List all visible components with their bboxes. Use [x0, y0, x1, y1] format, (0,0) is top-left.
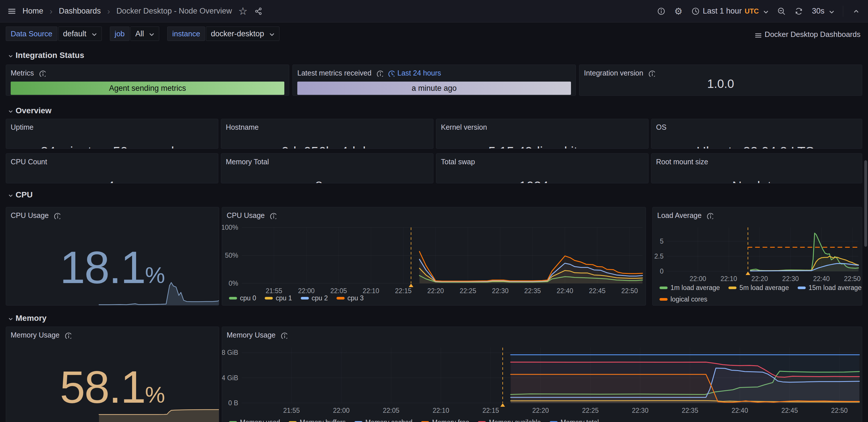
info-icon: [657, 7, 665, 15]
breadcrumb-dashboards[interactable]: Dashboards: [59, 7, 101, 15]
panel-title-root-mount-size[interactable]: Root mount size: [656, 158, 708, 166]
scrollbar-thumb[interactable]: [864, 160, 867, 247]
variable-dropdown-datasource[interactable]: default: [58, 27, 102, 41]
svg-text:2.5: 2.5: [654, 253, 663, 260]
panel-title-integration-version[interactable]: Integration version: [584, 69, 655, 77]
breadcrumb-home[interactable]: Home: [23, 7, 43, 15]
panel-title-os[interactable]: OS: [656, 123, 666, 131]
svg-text:22:10: 22:10: [363, 287, 379, 295]
memory-usage-chart[interactable]: 21:5522:0022:0522:1022:1522:2022:2522:30…: [222, 327, 862, 422]
panel-title-uptime[interactable]: Uptime: [11, 123, 33, 131]
legend-item[interactable]: 5m load average: [728, 284, 789, 292]
latest-metrics-status-text: a minute ago: [411, 84, 457, 93]
panel-total-swap: Total swap 1024MiB: [436, 153, 649, 183]
variable-label-instance[interactable]: instance: [167, 27, 205, 41]
gear-icon[interactable]: ⚙: [674, 7, 683, 16]
panel-title-text: Memory Total: [226, 158, 269, 166]
collapse-nav-button[interactable]: [852, 7, 861, 15]
section-integration-status[interactable]: Integration Status: [6, 51, 84, 60]
legend-item[interactable]: Memory free: [421, 419, 469, 422]
panel-title-memory-usage-stat[interactable]: Memory Usage: [11, 331, 71, 339]
panel-title-text: Kernel version: [441, 123, 487, 131]
chevron-down-icon: [147, 30, 154, 37]
info-icon[interactable]: [269, 212, 276, 219]
star-icon[interactable]: ☆: [238, 6, 247, 17]
info-icon[interactable]: [53, 212, 60, 219]
legend-item[interactable]: cpu 2: [301, 294, 328, 302]
panel-title-total-swap[interactable]: Total swap: [441, 158, 475, 166]
legend-swatch: [728, 287, 737, 289]
legend-item[interactable]: cpu 1: [265, 294, 292, 302]
time-range-picker[interactable]: Last 1 hour UTC: [691, 7, 769, 15]
panel-title-memory-usage-timeseries[interactable]: Memory Usage: [227, 331, 287, 339]
panel-title-cpu-count[interactable]: CPU Count: [11, 158, 47, 166]
legend-swatch: [659, 287, 668, 289]
svg-text:22:45: 22:45: [589, 287, 606, 295]
section-overview[interactable]: Overview: [6, 106, 52, 115]
variable-value: All: [135, 29, 144, 38]
legend-item[interactable]: cpu 0: [229, 294, 256, 302]
svg-text:22:50: 22:50: [831, 407, 848, 414]
chevron-down-icon: [268, 30, 275, 37]
panel-memory-usage-timeseries: Memory Usage 21:5522:0022:0522:1022:1522…: [222, 327, 862, 422]
cpu-count-value: 4: [107, 178, 115, 183]
share-button[interactable]: [254, 7, 263, 15]
panel-title-latest-metrics[interactable]: Latest metrics received Last 24 hours: [297, 69, 441, 77]
variable-dropdown-instance[interactable]: docker-desktop: [206, 27, 279, 41]
legend-item[interactable]: cpu 3: [337, 294, 364, 302]
info-icon[interactable]: [280, 332, 287, 339]
panel-title-kernel-version[interactable]: Kernel version: [441, 123, 487, 131]
legend-item[interactable]: logical cores: [659, 295, 707, 303]
panel-title-hostname[interactable]: Hostname: [226, 123, 259, 131]
variable-dropdown-job[interactable]: All: [130, 27, 159, 41]
dashboards-list-link[interactable]: Docker Desktop Dashboards: [754, 30, 861, 39]
panel-root-mount-size: Root mount size No data: [651, 153, 862, 183]
cpu-usage-chart[interactable]: 21:5522:0022:0522:1022:1522:2022:2522:30…: [222, 207, 646, 305]
load-average-legend-row1: 1m load average5m load average15m load a…: [659, 284, 862, 292]
legend-item[interactable]: Memory used: [229, 419, 280, 422]
info-icon[interactable]: [64, 332, 71, 339]
chevron-down-icon: [762, 8, 769, 15]
refresh-button[interactable]: [795, 7, 803, 15]
breadcrumb-separator: ›: [107, 6, 110, 16]
panel-title-cpu-usage-timeseries[interactable]: CPU Usage: [227, 211, 276, 220]
refresh-interval-dropdown[interactable]: 30s: [812, 7, 834, 15]
panel-load-average: Load Average 22:0022:1022:2022:3022:4022…: [652, 207, 862, 305]
section-cpu[interactable]: CPU: [6, 190, 33, 199]
panel-title-text: CPU Count: [11, 158, 47, 166]
menu-toggle-button[interactable]: [7, 7, 16, 15]
legend-item[interactable]: Memory buffers: [289, 419, 345, 422]
variable-label-datasource[interactable]: Data Source: [6, 27, 57, 41]
dashboard-info-button[interactable]: [657, 7, 665, 15]
legend-label: 15m load average: [809, 284, 862, 292]
panel-title-cpu-usage-stat[interactable]: CPU Usage: [11, 211, 60, 220]
svg-text:22:15: 22:15: [483, 407, 499, 414]
legend-item[interactable]: 1m load average: [659, 284, 720, 292]
zoom-out-icon: [777, 7, 786, 15]
dashboards-list-label: Docker Desktop Dashboards: [765, 30, 861, 39]
panel-title-memory-total[interactable]: Memory Total: [226, 158, 269, 166]
panel-title-load-average[interactable]: Load Average: [657, 211, 713, 220]
section-memory[interactable]: Memory: [6, 314, 46, 323]
info-icon[interactable]: [706, 212, 713, 219]
legend-item[interactable]: Memory cached: [354, 419, 413, 422]
info-icon[interactable]: [39, 70, 45, 77]
zoom-out-time-button[interactable]: [777, 7, 786, 15]
variable-label-job[interactable]: job: [110, 27, 130, 41]
panel-title-text: CPU Usage: [11, 211, 49, 220]
legend-item[interactable]: 15m load average: [798, 284, 862, 292]
svg-text:22:00: 22:00: [333, 407, 350, 414]
svg-text:0: 0: [660, 267, 663, 275]
panel-uptime: Uptime 34 minutes, 50 seconds: [6, 119, 218, 149]
info-icon[interactable]: [376, 70, 383, 77]
variable-value: docker-desktop: [211, 29, 264, 38]
legend-item[interactable]: Memory total: [550, 419, 599, 422]
legend-item[interactable]: Memory available: [478, 419, 541, 422]
panel-title-text: Total swap: [441, 158, 475, 166]
last-24-hours-link[interactable]: Last 24 hours: [388, 69, 441, 77]
panel-hostname: Hostname 9de056be4deb: [221, 119, 433, 149]
info-icon[interactable]: [648, 70, 655, 77]
panel-title-metrics[interactable]: Metrics: [11, 69, 45, 77]
legend-label: cpu 1: [276, 294, 292, 302]
legend-label: Memory available: [489, 419, 541, 422]
